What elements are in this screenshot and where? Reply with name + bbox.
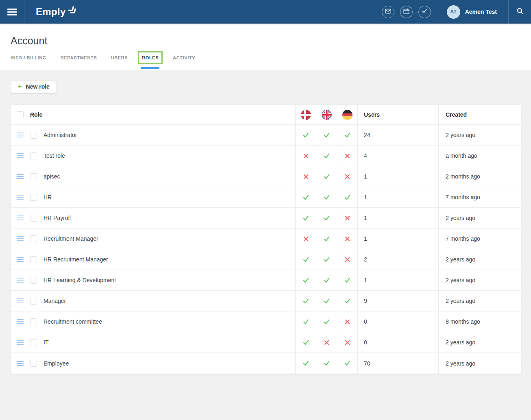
tab-activity[interactable]: ACTIVITY [173,55,195,66]
users-count: 1 [357,228,438,249]
role-name[interactable]: Test role [44,152,65,159]
row-checkbox[interactable] [30,360,37,367]
drag-handle-icon[interactable] [17,215,24,220]
tab-users[interactable]: USERS [111,55,128,66]
drag-handle-icon[interactable] [17,195,24,200]
created-time: 2 years ago [438,353,521,374]
drag-handle-icon[interactable] [17,236,24,241]
row-checkbox[interactable] [30,152,37,159]
role-name[interactable]: HR Payroll [44,215,71,221]
row-checkbox[interactable] [30,318,37,325]
account-tabs: INFO / BILLING DEPARTMENTS USERS ROLES A… [11,55,520,66]
role-name[interactable]: Recruitment committee [44,318,102,325]
users-count: 1 [357,166,438,187]
row-checkbox[interactable] [30,277,37,284]
drag-handle-icon[interactable] [17,133,24,137]
table-row: Recruitment Manager 1 7 months ago [11,228,521,249]
new-role-button[interactable]: + New role [11,80,57,94]
row-checkbox[interactable] [30,194,37,201]
german-status-cell [337,166,357,187]
check-icon [302,215,309,222]
cross-icon [345,153,350,159]
check-icon [302,318,309,325]
user-name: Aemen Test [465,9,497,15]
created-time: 7 months ago [438,187,521,207]
english-status-cell [316,291,337,311]
danish-status-cell [295,353,316,374]
row-checkbox[interactable] [30,339,37,346]
role-name[interactable]: IT [44,339,48,346]
cross-icon [345,319,350,324]
check-icon [344,194,351,201]
cross-icon [303,174,309,179]
check-icon [323,360,330,367]
check-icon [323,132,330,139]
role-name[interactable]: Recruitment Manager [44,235,98,242]
role-name[interactable]: HR [44,194,52,200]
drag-handle-icon[interactable] [17,153,24,158]
drag-handle-icon[interactable] [17,278,24,283]
role-name[interactable]: HR Recruitment Manager [44,256,108,263]
check-icon [302,339,309,346]
check-icon [323,215,330,222]
row-checkbox[interactable] [30,215,37,222]
user-menu[interactable]: AT Aemen Test [437,5,508,19]
menu-button[interactable] [0,0,24,24]
tab-departments[interactable]: DEPARTMENTS [61,55,97,66]
danish-status-cell [295,291,316,311]
check-icon [302,360,309,367]
row-checkbox[interactable] [30,235,37,242]
english-status-cell [316,125,337,145]
select-all-checkbox[interactable] [17,111,24,118]
drag-handle-icon[interactable] [17,361,24,366]
messages-button[interactable] [382,6,394,18]
row-checkbox[interactable] [30,256,37,263]
page-title: Account [11,35,520,47]
content-area: + New role Role [0,70,531,420]
denmark-flag-icon [301,110,311,120]
role-name[interactable]: HR Learning & Development [44,277,116,283]
english-status-cell [316,311,337,332]
tab-info-billing[interactable]: INFO / BILLING [11,55,46,66]
check-icon [323,173,330,180]
cross-icon [324,340,329,345]
row-checkbox[interactable] [30,298,37,305]
table-row: HR 1 7 months ago [11,187,521,208]
row-checkbox[interactable] [30,132,37,139]
drag-handle-icon[interactable] [17,257,24,262]
created-time: a month ago [438,146,521,166]
drag-handle-icon[interactable] [17,319,24,324]
cross-icon [345,340,350,345]
row-checkbox[interactable] [30,173,37,180]
users-count: 1 [357,187,438,207]
german-status-cell [337,270,357,290]
danish-status-cell [295,311,316,332]
mail-icon [385,8,392,16]
german-status-cell [337,228,357,249]
search-button[interactable] [509,7,531,17]
danish-status-cell [295,208,316,228]
created-column-header: Created [438,105,521,124]
role-name[interactable]: Employee [44,360,69,367]
drag-handle-icon[interactable] [17,298,24,303]
logo-check-icon [68,6,78,17]
drag-handle-icon[interactable] [17,340,24,345]
app-logo[interactable]: Emply [36,6,78,17]
table-row: IT 0 2 years ago [11,332,521,353]
tab-roles[interactable]: ROLES [142,55,159,66]
top-navbar: Emply AT Aemen Test [0,0,531,24]
tasks-button[interactable] [418,6,431,18]
users-count: 2 [357,249,438,270]
users-count: 70 [357,353,438,374]
created-time: 2 years ago [438,270,521,290]
users-column-header: Users [357,105,438,124]
drag-handle-icon[interactable] [17,174,24,179]
check-icon [344,298,351,305]
role-name[interactable]: Manager [44,298,66,304]
check-icon [323,256,330,263]
table-body: Administrator 24 2 years ago Test role 4… [11,125,521,374]
calendar-button[interactable] [400,6,413,18]
role-name[interactable]: apisec [44,173,60,180]
role-name[interactable]: Administrator [44,132,77,138]
roles-table: Role [11,105,521,374]
